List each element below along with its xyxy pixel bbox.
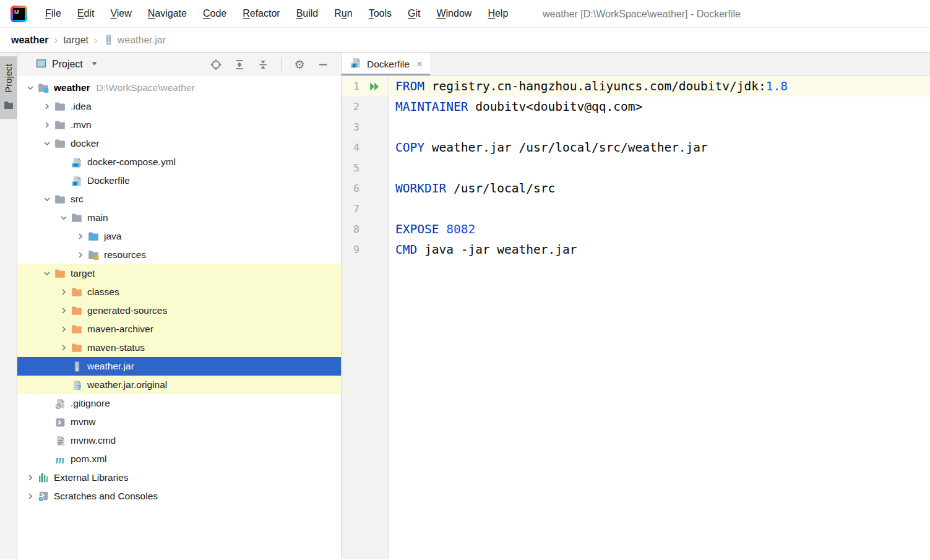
gutter-line-3[interactable]: 3 — [342, 117, 389, 137]
breadcrumb-item-target[interactable]: target — [63, 35, 88, 46]
menu-code[interactable]: Code — [195, 0, 235, 27]
breadcrumb-item-weather-jar[interactable]: weather.jar — [103, 35, 166, 46]
project-panel-title[interactable]: Project — [52, 59, 83, 70]
tree-item-src[interactable]: src — [17, 190, 341, 209]
tree-item-target[interactable]: target — [17, 264, 341, 283]
code-line-text — [389, 199, 395, 219]
chevron-down-icon[interactable] — [40, 190, 54, 209]
tree-item-docker-compose-yml[interactable]: DCdocker-compose.yml — [17, 153, 341, 171]
code-line-text: WORKDIR /usr/local/src — [389, 178, 555, 199]
gutter-line-9[interactable]: 9 — [342, 239, 389, 260]
menu-tools[interactable]: Tools — [361, 0, 400, 27]
code-line-2[interactable]: 2MAINTAINER doubitv<doubitv@qq.com> — [342, 97, 930, 117]
gutter-line-7[interactable]: 7 — [342, 199, 389, 219]
menu-refactor[interactable]: Refactor — [235, 0, 288, 27]
chevron-down-icon[interactable] — [57, 209, 71, 227]
tree-item-path: D:\WorkSpace\weather — [97, 82, 195, 93]
chevron-down-icon[interactable] — [40, 264, 54, 283]
code-line-5[interactable]: 5 — [342, 158, 930, 178]
code-line-9[interactable]: 9CMD java -jar weather.jar — [342, 239, 930, 260]
tree-item-maven-archiver[interactable]: maven-archiver — [17, 320, 341, 338]
menu-navigate[interactable]: Navigate — [140, 0, 195, 27]
stripe-button-label: Project — [3, 64, 14, 93]
menu-run[interactable]: Run — [326, 0, 360, 27]
tree-item-weather-jar-original[interactable]: ?weather.jar.original — [17, 376, 341, 394]
code-editor[interactable]: 1FROM registry.cn-hangzhou.aliyuncs.com/… — [342, 76, 930, 559]
close-icon[interactable]: × — [416, 59, 423, 69]
code-line-6[interactable]: 6WORKDIR /usr/local/src — [342, 178, 930, 199]
code-line-7[interactable]: 7 — [342, 199, 930, 219]
line-number: 1 — [346, 80, 360, 92]
hide-button[interactable] — [317, 59, 329, 70]
tree-item--idea[interactable]: .idea — [17, 97, 341, 116]
window-title: weather [D:\WorkSpace\weather] - Dockerf… — [543, 0, 741, 28]
chevron-down-icon[interactable] — [24, 79, 37, 97]
chevron-right-icon[interactable] — [24, 487, 37, 506]
folder-orange-icon — [71, 323, 83, 335]
tree-item-pom-xml[interactable]: mpom.xml — [17, 450, 341, 468]
code-line-text — [389, 117, 395, 137]
tree-item-dockerfile[interactable]: DDockerfile — [17, 171, 341, 190]
token-text: doubitv<doubitv@qq.com> — [468, 100, 642, 114]
tree-item--mvn[interactable]: .mvn — [17, 116, 341, 134]
chevron-right-icon[interactable] — [40, 97, 54, 116]
folder-orange-icon — [71, 286, 83, 298]
gutter-line-6[interactable]: 6 — [342, 178, 389, 199]
tree-item-main[interactable]: main — [17, 209, 341, 227]
tree-item-classes[interactable]: classes — [17, 283, 341, 301]
tree-item-weather[interactable]: weatherD:\WorkSpace\weather — [17, 79, 341, 97]
tree-item-label: weather.jar.original — [87, 379, 167, 390]
menu-help[interactable]: Help — [480, 0, 516, 27]
stripe-button-project[interactable]: Project — [0, 56, 17, 119]
menu-window[interactable]: Window — [428, 0, 480, 27]
line-number: 2 — [346, 101, 360, 113]
gutter-line-1[interactable]: 1 — [342, 76, 389, 97]
code-line-8[interactable]: 8EXPOSE 8082 — [342, 219, 930, 239]
tree-item-resources[interactable]: resources — [17, 246, 341, 264]
tree-item-mvnw[interactable]: mvnw — [17, 413, 341, 431]
chevron-right-icon[interactable] — [74, 246, 87, 264]
menu-git[interactable]: Git — [400, 0, 428, 27]
gutter-line-4[interactable]: 4 — [342, 137, 389, 158]
locate-button[interactable] — [210, 59, 222, 70]
gutter-line-2[interactable]: 2 — [342, 97, 389, 117]
code-line-1[interactable]: 1FROM registry.cn-hangzhou.aliyuncs.com/… — [342, 76, 930, 97]
tree-item-external-libraries[interactable]: External Libraries — [17, 468, 341, 487]
chevron-right-icon[interactable] — [74, 227, 87, 246]
tree-item--gitignore[interactable]: .gitignore — [17, 394, 341, 413]
menu-edit[interactable]: Edit — [69, 0, 103, 27]
gutter-line-5[interactable]: 5 — [342, 158, 389, 178]
chevron-down-icon[interactable] — [40, 134, 54, 153]
file-unknown-icon: ? — [71, 379, 83, 391]
settings-button[interactable]: ⚙ — [294, 59, 305, 70]
tree-item-scratches-and-consoles[interactable]: Scratches and Consoles — [17, 487, 341, 506]
gutter-line-8[interactable]: 8 — [342, 219, 389, 239]
tree-item-weather-jar[interactable]: weather.jar — [17, 357, 341, 376]
tree-item-docker[interactable]: docker — [17, 134, 341, 153]
chevron-right-icon[interactable] — [24, 468, 37, 487]
chevron-right-icon[interactable] — [57, 283, 71, 301]
title-bar: IJ FileEditViewNavigateCodeRefactorBuild… — [0, 0, 930, 28]
tree-item-maven-status[interactable]: maven-status — [17, 338, 341, 357]
breadcrumb: weather›target›weather.jar — [0, 28, 930, 53]
tool-window-icon — [36, 58, 46, 71]
tab-dockerfile[interactable]: D Dockerfile × — [342, 53, 430, 75]
menu-view[interactable]: View — [102, 0, 139, 27]
chevron-right-icon[interactable] — [40, 116, 54, 134]
chevron-right-icon[interactable] — [57, 301, 71, 320]
menu-build[interactable]: Build — [288, 0, 327, 27]
chevron-right-icon[interactable] — [57, 338, 71, 357]
run-icon[interactable] — [368, 80, 381, 93]
chevron-right-icon[interactable] — [57, 320, 71, 338]
menu-file[interactable]: File — [37, 0, 69, 27]
chevron-spacer — [40, 450, 54, 468]
tree-item-java[interactable]: java — [17, 227, 341, 246]
collapse-all-button[interactable] — [257, 59, 269, 70]
tree-item-generated-sources[interactable]: generated-sources — [17, 301, 341, 320]
breadcrumb-item-weather[interactable]: weather — [11, 35, 48, 46]
expand-all-button[interactable] — [234, 59, 245, 70]
tree-item-mvnw-cmd[interactable]: mvnw.cmd — [17, 431, 341, 450]
code-line-3[interactable]: 3 — [342, 117, 930, 137]
chevron-down-icon[interactable] — [90, 59, 98, 70]
code-line-4[interactable]: 4COPY weather.jar /usr/local/src/weather… — [342, 137, 930, 158]
